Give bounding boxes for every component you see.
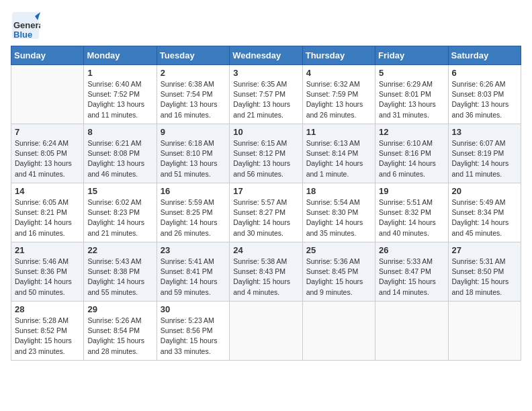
day-info: Sunrise: 5:59 AM Sunset: 8:25 PM Dayligh… <box>161 197 226 238</box>
day-info: Sunrise: 6:29 AM Sunset: 8:01 PM Dayligh… <box>379 79 444 120</box>
calendar-cell: 9Sunrise: 6:18 AM Sunset: 8:10 PM Daylig… <box>157 124 229 183</box>
day-of-week-saturday: Saturday <box>448 46 521 65</box>
day-info: Sunrise: 5:57 AM Sunset: 8:27 PM Dayligh… <box>233 197 298 238</box>
calendar-cell: 18Sunrise: 5:54 AM Sunset: 8:30 PM Dayli… <box>302 183 375 242</box>
day-number: 11 <box>306 127 371 137</box>
day-of-week-friday: Friday <box>375 46 448 65</box>
day-number: 18 <box>306 186 371 196</box>
day-number: 4 <box>306 68 371 78</box>
day-of-week-tuesday: Tuesday <box>157 46 229 65</box>
svg-text:Blue: Blue <box>13 30 32 40</box>
calendar-header-row: SundayMondayTuesdayWednesdayThursdayFrid… <box>11 46 521 65</box>
day-info: Sunrise: 6:05 AM Sunset: 8:21 PM Dayligh… <box>15 197 80 238</box>
day-number: 21 <box>15 245 80 255</box>
day-of-week-wednesday: Wednesday <box>230 46 302 65</box>
day-info: Sunrise: 6:24 AM Sunset: 8:05 PM Dayligh… <box>15 138 80 179</box>
calendar-cell: 10Sunrise: 6:15 AM Sunset: 8:12 PM Dayli… <box>230 124 302 183</box>
day-info: Sunrise: 5:33 AM Sunset: 8:47 PM Dayligh… <box>379 257 444 298</box>
day-number: 15 <box>87 186 152 196</box>
day-info: Sunrise: 6:18 AM Sunset: 8:10 PM Dayligh… <box>161 138 226 179</box>
day-number: 26 <box>379 245 444 255</box>
calendar-cell: 16Sunrise: 5:59 AM Sunset: 8:25 PM Dayli… <box>157 183 229 242</box>
calendar: SundayMondayTuesdayWednesdayThursdayFrid… <box>11 46 521 361</box>
day-info: Sunrise: 5:49 AM Sunset: 8:34 PM Dayligh… <box>452 197 517 238</box>
day-info: Sunrise: 5:51 AM Sunset: 8:32 PM Dayligh… <box>379 197 444 238</box>
header: General Blue <box>11 11 521 40</box>
day-number: 30 <box>161 304 226 314</box>
calendar-cell: 26Sunrise: 5:33 AM Sunset: 8:47 PM Dayli… <box>375 242 448 302</box>
day-info: Sunrise: 6:35 AM Sunset: 7:57 PM Dayligh… <box>233 79 298 120</box>
day-info: Sunrise: 6:07 AM Sunset: 8:19 PM Dayligh… <box>452 138 517 179</box>
day-number: 16 <box>161 186 226 196</box>
day-number: 28 <box>15 304 80 314</box>
calendar-cell: 13Sunrise: 6:07 AM Sunset: 8:19 PM Dayli… <box>448 124 521 183</box>
day-number: 5 <box>379 68 444 78</box>
calendar-cell: 14Sunrise: 6:05 AM Sunset: 8:21 PM Dayli… <box>11 183 84 242</box>
calendar-cell: 30Sunrise: 5:23 AM Sunset: 8:56 PM Dayli… <box>157 302 229 361</box>
calendar-cell: 28Sunrise: 5:28 AM Sunset: 8:52 PM Dayli… <box>11 302 84 361</box>
calendar-cell: 20Sunrise: 5:49 AM Sunset: 8:34 PM Dayli… <box>448 183 521 242</box>
calendar-cell: 23Sunrise: 5:41 AM Sunset: 8:41 PM Dayli… <box>157 242 229 302</box>
day-number: 14 <box>15 186 80 196</box>
day-number: 29 <box>87 304 152 314</box>
calendar-cell: 7Sunrise: 6:24 AM Sunset: 8:05 PM Daylig… <box>11 124 84 183</box>
calendar-cell: 24Sunrise: 5:38 AM Sunset: 8:43 PM Dayli… <box>230 242 302 302</box>
calendar-cell: 2Sunrise: 6:38 AM Sunset: 7:54 PM Daylig… <box>157 65 229 124</box>
calendar-cell: 8Sunrise: 6:21 AM Sunset: 8:08 PM Daylig… <box>84 124 157 183</box>
day-info: Sunrise: 5:26 AM Sunset: 8:54 PM Dayligh… <box>87 316 152 357</box>
day-info: Sunrise: 5:46 AM Sunset: 8:36 PM Dayligh… <box>15 257 80 298</box>
calendar-cell <box>302 302 375 361</box>
day-number: 20 <box>452 186 517 196</box>
day-info: Sunrise: 5:38 AM Sunset: 8:43 PM Dayligh… <box>233 257 298 298</box>
day-info: Sunrise: 6:02 AM Sunset: 8:23 PM Dayligh… <box>87 197 152 238</box>
day-info: Sunrise: 6:21 AM Sunset: 8:08 PM Dayligh… <box>87 138 152 179</box>
calendar-cell <box>11 65 84 124</box>
calendar-cell: 3Sunrise: 6:35 AM Sunset: 7:57 PM Daylig… <box>230 65 302 124</box>
day-info: Sunrise: 6:26 AM Sunset: 8:03 PM Dayligh… <box>452 79 517 120</box>
calendar-week-row: 14Sunrise: 6:05 AM Sunset: 8:21 PM Dayli… <box>11 183 521 242</box>
day-info: Sunrise: 5:31 AM Sunset: 8:50 PM Dayligh… <box>452 257 517 298</box>
day-number: 19 <box>379 186 444 196</box>
day-info: Sunrise: 6:40 AM Sunset: 7:52 PM Dayligh… <box>87 79 152 120</box>
day-of-week-thursday: Thursday <box>302 46 375 65</box>
calendar-cell: 4Sunrise: 6:32 AM Sunset: 7:59 PM Daylig… <box>302 65 375 124</box>
calendar-cell: 22Sunrise: 5:43 AM Sunset: 8:38 PM Dayli… <box>84 242 157 302</box>
day-info: Sunrise: 5:28 AM Sunset: 8:52 PM Dayligh… <box>15 316 80 357</box>
day-number: 12 <box>379 127 444 137</box>
day-info: Sunrise: 6:13 AM Sunset: 8:14 PM Dayligh… <box>306 138 371 179</box>
calendar-cell <box>375 302 448 361</box>
day-info: Sunrise: 5:43 AM Sunset: 8:38 PM Dayligh… <box>87 257 152 298</box>
day-number: 3 <box>233 68 298 78</box>
day-number: 24 <box>233 245 298 255</box>
day-number: 22 <box>87 245 152 255</box>
svg-text:General: General <box>13 20 40 30</box>
day-number: 23 <box>161 245 226 255</box>
day-number: 2 <box>161 68 226 78</box>
day-number: 9 <box>161 127 226 137</box>
calendar-cell: 19Sunrise: 5:51 AM Sunset: 8:32 PM Dayli… <box>375 183 448 242</box>
day-info: Sunrise: 5:23 AM Sunset: 8:56 PM Dayligh… <box>161 316 226 357</box>
calendar-cell: 27Sunrise: 5:31 AM Sunset: 8:50 PM Dayli… <box>448 242 521 302</box>
day-info: Sunrise: 6:15 AM Sunset: 8:12 PM Dayligh… <box>233 138 298 179</box>
day-of-week-monday: Monday <box>84 46 157 65</box>
day-number: 25 <box>306 245 371 255</box>
calendar-cell: 11Sunrise: 6:13 AM Sunset: 8:14 PM Dayli… <box>302 124 375 183</box>
calendar-cell: 6Sunrise: 6:26 AM Sunset: 8:03 PM Daylig… <box>448 65 521 124</box>
day-number: 10 <box>233 127 298 137</box>
day-number: 8 <box>87 127 152 137</box>
day-info: Sunrise: 6:38 AM Sunset: 7:54 PM Dayligh… <box>161 79 226 120</box>
day-info: Sunrise: 5:36 AM Sunset: 8:45 PM Dayligh… <box>306 257 371 298</box>
logo: General Blue <box>11 11 43 40</box>
calendar-cell: 5Sunrise: 6:29 AM Sunset: 8:01 PM Daylig… <box>375 65 448 124</box>
calendar-cell: 17Sunrise: 5:57 AM Sunset: 8:27 PM Dayli… <box>230 183 302 242</box>
calendar-week-row: 7Sunrise: 6:24 AM Sunset: 8:05 PM Daylig… <box>11 124 521 183</box>
calendar-cell: 29Sunrise: 5:26 AM Sunset: 8:54 PM Dayli… <box>84 302 157 361</box>
day-info: Sunrise: 5:41 AM Sunset: 8:41 PM Dayligh… <box>161 257 226 298</box>
calendar-cell: 12Sunrise: 6:10 AM Sunset: 8:16 PM Dayli… <box>375 124 448 183</box>
day-info: Sunrise: 5:54 AM Sunset: 8:30 PM Dayligh… <box>306 197 371 238</box>
calendar-cell: 15Sunrise: 6:02 AM Sunset: 8:23 PM Dayli… <box>84 183 157 242</box>
day-info: Sunrise: 6:32 AM Sunset: 7:59 PM Dayligh… <box>306 79 371 120</box>
calendar-cell: 1Sunrise: 6:40 AM Sunset: 7:52 PM Daylig… <box>84 65 157 124</box>
calendar-cell: 25Sunrise: 5:36 AM Sunset: 8:45 PM Dayli… <box>302 242 375 302</box>
calendar-week-row: 21Sunrise: 5:46 AM Sunset: 8:36 PM Dayli… <box>11 242 521 302</box>
